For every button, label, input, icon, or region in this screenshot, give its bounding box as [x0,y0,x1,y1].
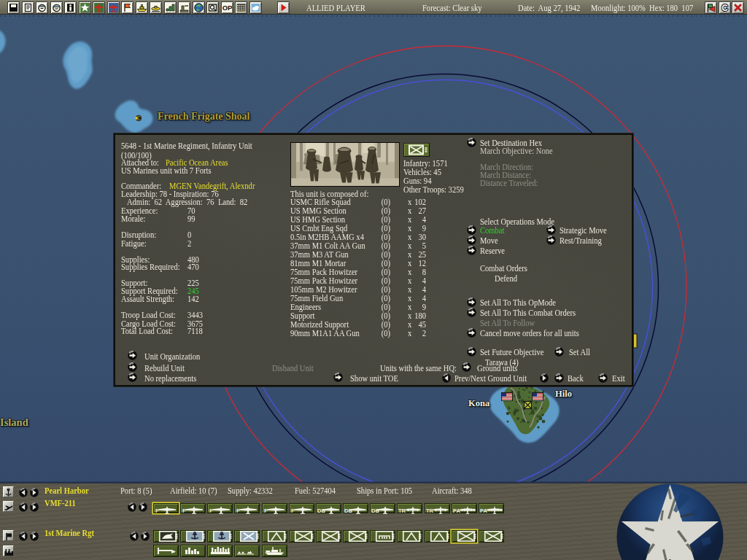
svg-text:PA: PA [453,508,460,514]
svg-text:DB: DB [317,508,325,514]
svg-text:PA: PA [480,508,487,514]
svg-text:F: F [209,508,213,514]
svg-text:TR: TR [398,508,406,514]
svg-text:F: F [236,508,240,514]
svg-text:OP: OP [222,4,232,12]
svg-text:F: F [264,508,268,514]
svg-text:F: F [155,508,159,514]
svg-text:F: F [182,508,186,514]
svg-text:DB: DB [344,508,352,514]
svg-text:TR: TR [426,508,434,514]
svg-text:DB: DB [371,508,379,514]
svg-text:F: F [291,508,295,514]
svg-text:C: C [721,3,728,13]
